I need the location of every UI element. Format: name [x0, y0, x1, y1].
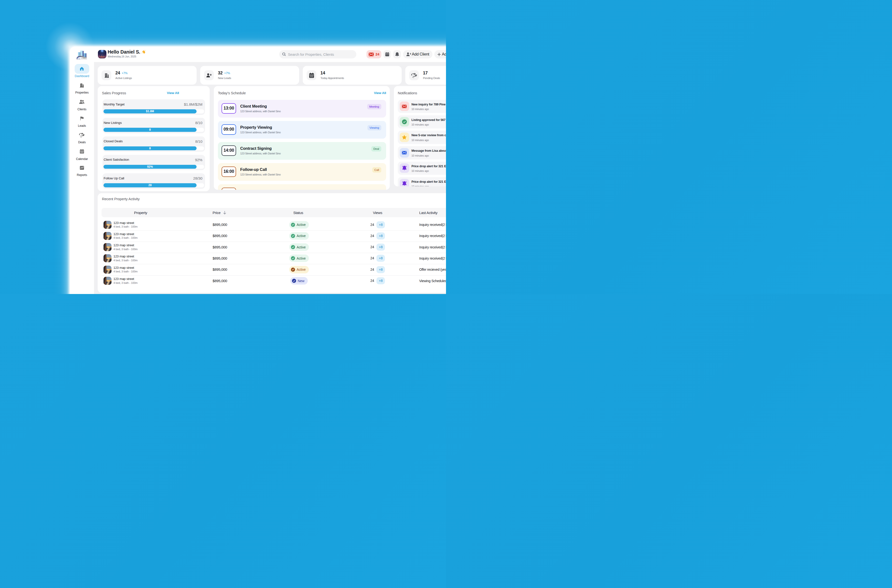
svg-text:REAL ESTATE: REAL ESTATE	[76, 57, 87, 60]
